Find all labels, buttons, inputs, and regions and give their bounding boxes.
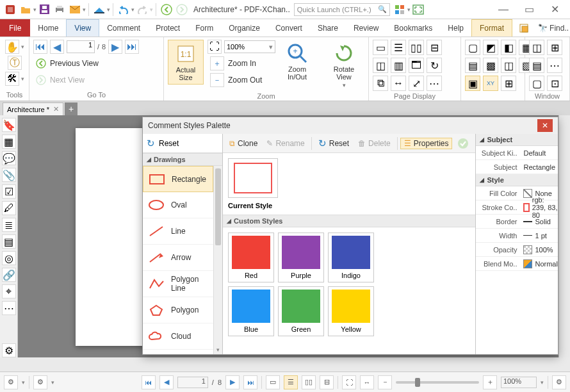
destinations-pane-button[interactable]: ◎ xyxy=(2,251,16,265)
menu-file[interactable]: File xyxy=(0,19,30,37)
apply-layers-icon[interactable] xyxy=(518,22,530,34)
fmt-g-button[interactable]: ◫ xyxy=(501,58,516,73)
sb-next-page-button[interactable]: ▶ xyxy=(225,375,240,389)
other-tools-button[interactable]: 🛠 xyxy=(5,72,19,86)
win-tile-button[interactable]: ⋯ xyxy=(547,58,562,73)
menu-organize[interactable]: Organize xyxy=(221,19,268,37)
swatch-purple[interactable]: Purple xyxy=(278,233,324,282)
palette-item-polygon[interactable]: Polygon xyxy=(143,297,213,323)
layers-pane-button[interactable]: ≣ xyxy=(2,218,16,232)
reset-button[interactable]: ↻Reset xyxy=(314,136,353,151)
thumbnails-pane-button[interactable]: ▦ xyxy=(2,135,16,149)
nav-fwd-icon[interactable] xyxy=(176,4,188,15)
sb-layout-twoc-button[interactable]: ⊟ xyxy=(320,375,334,389)
menu-form[interactable]: Form xyxy=(188,19,221,37)
palette-item-cloud[interactable]: Cloud xyxy=(143,323,213,350)
pane-options-button[interactable]: ⚙ xyxy=(2,343,16,357)
sb-zoom-input[interactable]: 100% xyxy=(501,377,537,388)
document-tab[interactable]: Architecture * ✕ xyxy=(3,102,63,115)
prop-border-value[interactable]: Solid xyxy=(521,218,558,225)
pd-continuous-button[interactable]: ☰ xyxy=(391,40,406,55)
fmt-k-button[interactable]: ⊞ xyxy=(501,76,516,91)
actual-size-button[interactable]: 1:1 Actual Size xyxy=(168,40,204,85)
rotate-view-button[interactable]: Rotate View▾ xyxy=(326,40,362,91)
prop-subjectkind-value[interactable]: Default xyxy=(521,149,558,157)
quick-launch-input[interactable]: Quick Launch (CTRL+.) 🔍 xyxy=(294,3,390,16)
props-style-header[interactable]: ◢Style xyxy=(476,174,558,186)
pd-two-continuous-button[interactable]: ⊟ xyxy=(427,40,442,55)
sb-layout-two-button[interactable]: ▯▯ xyxy=(302,375,316,389)
prev-page-button[interactable]: ◀ xyxy=(50,40,64,54)
more-panes-button[interactable]: ⋯ xyxy=(2,301,16,315)
next-page-button[interactable]: ▶ xyxy=(108,40,122,54)
select-text-tool-button[interactable]: Ⓣ xyxy=(8,56,22,70)
palette-item-rectangle[interactable]: Rectangle xyxy=(143,166,213,192)
content-pane-button[interactable]: ▤ xyxy=(2,234,16,249)
prop-opacity-value[interactable]: 100% xyxy=(521,245,558,254)
bookmarks-pane-button[interactable]: 🔖 xyxy=(2,118,16,132)
close-tab-icon[interactable]: ✕ xyxy=(53,105,59,113)
sb-fit-page-button[interactable]: ⛶ xyxy=(342,375,356,389)
swatch-yellow[interactable]: Yellow xyxy=(328,286,374,336)
props-subject-header[interactable]: ◢Subject xyxy=(476,134,558,146)
palette-item-line[interactable]: Line xyxy=(143,218,213,245)
zoom-in-button[interactable]: ＋ Zoom In xyxy=(208,56,275,70)
win-close-all-button[interactable]: ▢ xyxy=(529,76,544,91)
add-tab-button[interactable]: + xyxy=(65,102,77,115)
sb-options-left2-button[interactable]: ⚙ xyxy=(33,375,47,389)
hand-dropdown-icon[interactable]: ▾ xyxy=(21,44,24,50)
palette-item-polygon-line[interactable]: Polygon Line xyxy=(143,271,213,297)
fmt-e-button[interactable]: ▤ xyxy=(465,58,480,73)
prop-blend-value[interactable]: Normal xyxy=(521,259,558,268)
menu-view[interactable]: View xyxy=(66,19,99,37)
email-icon[interactable] xyxy=(69,4,81,15)
minimize-button[interactable]: — xyxy=(491,2,516,17)
zoom-out-button[interactable]: － Zoom Out xyxy=(208,73,275,87)
menu-share[interactable]: Share xyxy=(310,19,346,37)
pd-two-pages-button[interactable]: ▯▯ xyxy=(409,40,424,55)
palette-item-arrow[interactable]: Arrow xyxy=(143,245,213,271)
open-icon[interactable] xyxy=(20,4,31,15)
scan-icon[interactable] xyxy=(94,4,105,15)
first-page-button[interactable]: ⏮ xyxy=(33,40,47,54)
menu-home[interactable]: Home xyxy=(30,19,66,37)
comments-pane-button[interactable]: 💬 xyxy=(2,151,16,165)
prop-subject-value[interactable]: Rectangle xyxy=(521,163,558,171)
win-split-button[interactable]: ◫ xyxy=(529,40,544,55)
menu-comment[interactable]: Comment xyxy=(99,19,148,37)
menu-convert[interactable]: Convert xyxy=(268,19,310,37)
open-dropdown-icon[interactable]: ▾ xyxy=(33,6,37,13)
other-tools-dropdown-icon[interactable]: ▾ xyxy=(21,76,24,82)
attachments-pane-button[interactable]: 📎 xyxy=(2,168,16,182)
swatch-indigo[interactable]: Indigo xyxy=(328,233,374,282)
signatures-pane-button[interactable]: 🖊 xyxy=(2,201,16,215)
pd-rotate-right-button[interactable]: ↻ xyxy=(427,58,442,73)
previous-view-button[interactable]: Previous View xyxy=(33,56,101,70)
fmt-a-button[interactable]: ▢ xyxy=(465,40,480,55)
palette-titlebar[interactable]: Comment Styles Palette ✕ xyxy=(143,117,558,134)
fmt-i-button[interactable]: ▣ xyxy=(465,76,480,91)
palette-list-scrollbar[interactable]: ▴▾ xyxy=(213,166,222,354)
sb-fit-width-button[interactable]: ↔ xyxy=(360,375,374,389)
menu-review[interactable]: Review xyxy=(346,19,386,37)
win-arrange-button[interactable]: ⊡ xyxy=(547,76,562,91)
palette-item-pencil[interactable]: Pencil xyxy=(143,350,213,354)
nav-back-icon[interactable] xyxy=(161,4,172,15)
links-pane-button[interactable]: 🔗 xyxy=(2,268,16,282)
tags-pane-button[interactable]: ⌖ xyxy=(2,284,16,298)
sb-bottom-gear-button[interactable]: ⚙ xyxy=(552,375,566,389)
pd-fit-width-button[interactable]: ↔ xyxy=(391,76,406,91)
pd-cover-mode-button[interactable]: ▥ xyxy=(391,58,406,73)
fmt-c-button[interactable]: ◧ xyxy=(501,40,516,55)
fields-pane-button[interactable]: ☑ xyxy=(2,184,16,199)
pd-page-layout-button[interactable]: ⧉ xyxy=(373,76,388,91)
sb-prev-page-button[interactable]: ◀ xyxy=(159,375,174,389)
sb-zoom-dropdown-icon[interactable]: ▾ xyxy=(541,379,544,386)
fmt-j-button[interactable]: XY xyxy=(483,76,498,91)
sb-zoom-out-button[interactable]: － xyxy=(378,375,392,389)
pd-fit-visible-button[interactable]: ⤢ xyxy=(409,76,424,91)
palette-item-oval[interactable]: Oval xyxy=(143,192,213,218)
clone-button[interactable]: ⧉Clone xyxy=(225,138,261,149)
properties-button[interactable]: ☰Properties xyxy=(400,138,453,149)
last-page-button[interactable]: ⏭ xyxy=(125,40,139,54)
